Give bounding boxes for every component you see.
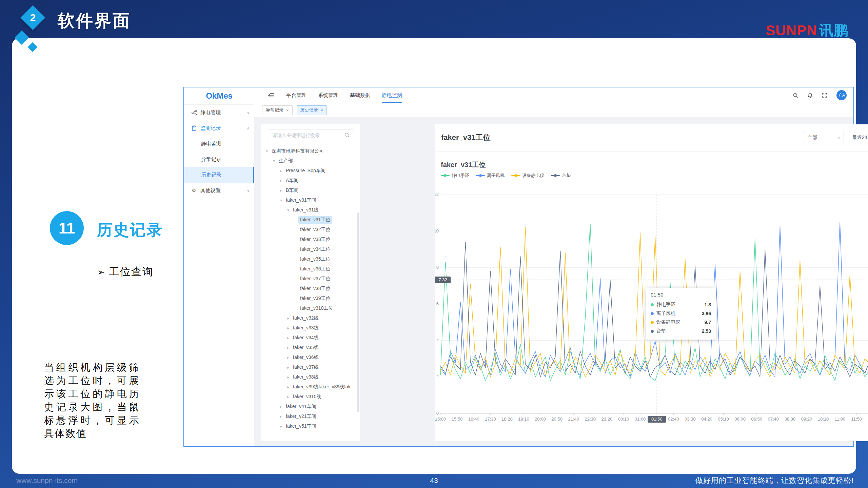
tree-node[interactable]: faker_v35工位 [261, 254, 360, 264]
tree-node[interactable]: faker_v31工位 [261, 215, 360, 225]
nav-base-data[interactable]: 基础数据 [350, 87, 370, 103]
tree-node[interactable]: ▾faker_v31车间 [261, 195, 360, 205]
caret-down-icon[interactable]: ▾ [264, 149, 270, 154]
svg-text:01:50: 01:50 [651, 416, 663, 422]
tree-node[interactable]: ▸faker_v51车间 [261, 421, 360, 431]
chevron-down-icon: ∨ [247, 188, 250, 193]
svg-text:05:10: 05:10 [718, 416, 729, 422]
sidebar-item-static-mgmt[interactable]: 静电管理 ∨ [184, 105, 254, 120]
bell-icon[interactable] [807, 93, 813, 98]
tree-node[interactable]: faker_v38工位 [261, 284, 360, 293]
tab-history-records[interactable]: 历史记录× [297, 105, 327, 115]
nav-system-mgmt[interactable]: 系统管理 [318, 87, 338, 103]
tree-node[interactable]: ▾生产部 [261, 156, 360, 166]
tree-node-label: Pressure_Sop车间 [284, 167, 327, 175]
user-avatar[interactable]: 户A [836, 90, 847, 100]
tree-node[interactable]: faker_v32工位 [261, 225, 360, 235]
tab-abnormal-records[interactable]: 异常记录× [262, 105, 293, 115]
tree-node[interactable]: ▾faker_v31线 [261, 205, 360, 215]
caret-right-icon[interactable]: ▸ [278, 404, 284, 409]
tree-node[interactable]: ▸faker_v310线 [261, 392, 360, 402]
tree-node[interactable]: ▸faker_v39线faker_v39线fak [261, 382, 360, 392]
tree-node-label: faker_v34线 [291, 334, 320, 342]
tree-node[interactable]: faker_v39工位 [261, 293, 360, 303]
tree-node[interactable]: ▸faker_v34线 [261, 333, 360, 343]
svg-text:4: 4 [436, 338, 439, 343]
app-brand[interactable]: OkMes [184, 87, 254, 105]
fullscreen-icon[interactable] [822, 93, 828, 98]
time-range-select[interactable]: 最近24小时∨ [849, 132, 868, 143]
caret-down-icon[interactable]: ▾ [285, 208, 291, 212]
tree-node[interactable]: ▾深圳市讯鹏科技有限公司 [261, 146, 360, 156]
caret-right-icon[interactable]: ▸ [285, 316, 291, 321]
menu-fold-icon[interactable] [268, 92, 274, 98]
tree-node[interactable]: faker_v34工位 [261, 244, 360, 254]
tree-node[interactable]: ▸faker_v36线 [261, 352, 360, 362]
tree-node[interactable]: faker_v37工位 [261, 274, 360, 284]
tree-scrollbar[interactable] [357, 212, 359, 412]
tree-node[interactable]: ▸faker_v32线 [261, 313, 360, 323]
caret-right-icon[interactable]: ▸ [285, 355, 291, 360]
legend-label: 静电手环 [452, 172, 469, 179]
slide-footer: www.sunpn-its.com 43 做好用的工业智能终端，让数智化集成更轻… [0, 473, 868, 488]
legend-item[interactable]: 设备静电仪 [511, 172, 544, 179]
nav-static-monitor[interactable]: 静电监测 [382, 87, 402, 103]
legend-item[interactable]: 离子风机 [476, 172, 505, 179]
caret-down-icon[interactable]: ▾ [278, 198, 284, 203]
device-filter-select[interactable]: 全部∨ [804, 132, 844, 143]
caret-right-icon[interactable]: ▸ [285, 365, 291, 370]
sidebar-subitem-history-records[interactable]: 历史记录 [184, 167, 254, 183]
tree-node[interactable]: ▸faker_v41车间 [261, 402, 360, 411]
tree-node[interactable]: ▸faker_v37线 [261, 362, 360, 372]
tree-node[interactable]: ▸faker_v38线 [261, 372, 360, 382]
footer-page-number: 43 [430, 476, 438, 485]
tree-node[interactable]: ▸Pressure_Sop车间 [261, 166, 360, 176]
tree-node[interactable]: faker_v33工位 [261, 235, 360, 244]
tree-node[interactable]: ▸B车间 [261, 185, 360, 195]
caret-right-icon[interactable]: ▸ [278, 178, 284, 183]
caret-down-icon[interactable]: ▾ [271, 159, 277, 163]
description-text: 当组织机构层级筛选为工位时，可展示该工位的静电历史记录大图，当鼠标悬浮时，可显示… [44, 361, 140, 440]
search-icon[interactable] [344, 132, 350, 138]
org-tree: ▾深圳市讯鹏科技有限公司▾生产部▸Pressure_Sop车间▸A车间▸B车间▾… [261, 146, 360, 431]
tree-node[interactable]: ▸faker_v35线 [261, 343, 360, 352]
svg-text:11:50: 11:50 [851, 416, 862, 422]
caret-right-icon[interactable]: ▸ [285, 326, 291, 330]
series-dot [651, 321, 654, 324]
app-content: ▾深圳市讯鹏科技有限公司▾生产部▸Pressure_Sop车间▸A车间▸B车间▾… [254, 117, 853, 446]
legend-item[interactable]: 台垫 [551, 172, 571, 179]
legend-item[interactable]: 静电手环 [441, 172, 469, 179]
nav-platform-mgmt[interactable]: 平台管理 [286, 87, 307, 103]
caret-right-icon[interactable]: ▸ [285, 394, 291, 399]
tree-node[interactable]: faker_v36工位 [261, 264, 360, 274]
sidebar-item-other-settings[interactable]: ⚙ 其他设置 ∨ [184, 183, 254, 198]
chevron-up-icon: ∧ [247, 126, 250, 130]
sidebar-subitem-static-monitor[interactable]: 静电监测 [184, 136, 254, 151]
caret-right-icon[interactable]: ▸ [278, 424, 284, 429]
svg-text:20:00: 20:00 [535, 416, 546, 422]
svg-text:10: 10 [435, 228, 439, 233]
tree-search-input[interactable] [268, 129, 353, 141]
caret-right-icon[interactable]: ▸ [278, 414, 284, 419]
tree-node-label: faker_v38工位 [298, 285, 332, 292]
tree-node[interactable]: faker_v310工位 [261, 303, 360, 313]
caret-right-icon[interactable]: ▸ [278, 188, 284, 193]
content-panel: 11 历史记录 ➢工位查询 当组织机构层级筛选为工位时，可展示该工位的静电历史记… [12, 38, 856, 474]
tree-node[interactable]: ▸faker_v33线 [261, 323, 360, 333]
svg-text:6: 6 [436, 301, 439, 306]
sidebar-item-monitor-records[interactable]: 监测记录 ∧ [184, 120, 254, 136]
tree-node[interactable]: ▸A车间 [261, 176, 360, 185]
close-icon[interactable]: × [286, 108, 289, 113]
caret-right-icon[interactable]: ▸ [285, 336, 291, 340]
sidebar-subitem-abnormal-records[interactable]: 异常记录 [184, 151, 254, 167]
search-icon[interactable] [793, 93, 798, 98]
svg-text:20:50: 20:50 [551, 416, 563, 422]
caret-right-icon[interactable]: ▸ [285, 345, 291, 350]
caret-right-icon[interactable]: ▸ [278, 168, 284, 173]
tree-node[interactable]: ▸faker_v21车间 [261, 411, 360, 421]
caret-right-icon[interactable]: ▸ [285, 385, 291, 389]
section-title: 历史记录 [97, 220, 163, 241]
close-icon[interactable]: × [321, 108, 323, 113]
caret-right-icon[interactable]: ▸ [285, 375, 291, 380]
tooltip-series-value: 1.8 [705, 302, 711, 307]
